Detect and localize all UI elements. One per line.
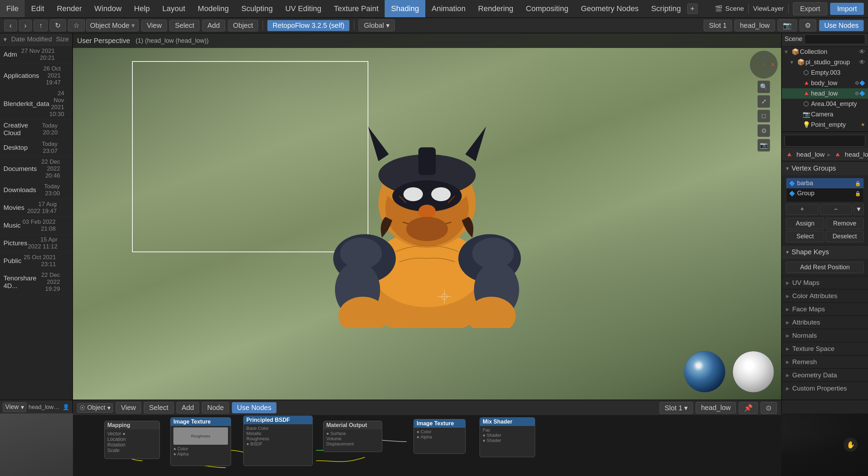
use-nodes-button[interactable]: Use Nodes — [819, 20, 864, 31]
add-menu-button[interactable]: Add — [202, 20, 225, 31]
col-size-header[interactable]: Size — [52, 35, 69, 43]
tab-geometry-nodes[interactable]: Geometry Nodes — [575, 0, 645, 17]
node-view-button[interactable]: View — [116, 402, 141, 413]
render-button[interactable]: ⚙ — [800, 19, 816, 31]
vg-specials-button[interactable]: ▼ — [853, 204, 864, 215]
tab-shading[interactable]: Shading — [385, 0, 425, 17]
vg-deselect-button[interactable]: Deselect — [826, 231, 864, 242]
export-button[interactable]: Export — [793, 2, 828, 15]
node-pin-button[interactable]: 📌 — [739, 402, 758, 414]
tab-sculpting[interactable]: Sculpting — [235, 0, 279, 17]
nav-back-button[interactable]: ‹ — [4, 20, 17, 31]
import-button[interactable]: Import — [830, 3, 864, 15]
node-use-nodes-button[interactable]: Use Nodes — [232, 402, 277, 413]
node-overlay-button[interactable]: ⊙ — [761, 402, 777, 414]
vg-assign-button[interactable]: Assign — [786, 218, 824, 229]
vg-barba-lock-icon[interactable]: 🔒 — [855, 181, 861, 186]
face-maps-section[interactable]: ▸ Face Maps — [782, 302, 868, 315]
vg-select-button[interactable]: Select — [786, 231, 824, 242]
node-editor-mode-dropdown[interactable]: ☉ Object ▾ — [77, 403, 113, 413]
add-workspace-button[interactable]: + — [687, 3, 698, 14]
image-user-icon[interactable]: 👤 — [63, 404, 69, 410]
nav-forward-button[interactable]: › — [19, 20, 32, 31]
viewport-3d[interactable]: User Perspective (1) (head_low (head_low… — [73, 33, 781, 400]
properties-search-input[interactable] — [785, 135, 865, 147]
file-item[interactable]: Tenorshare 4D... 22 Dec 2022 19:29 — [0, 270, 72, 295]
node-extra-2[interactable]: Mix Shader Fac ● Shader ● Shader — [480, 417, 535, 457]
file-item[interactable]: Desktop Today 23:07 — [0, 139, 72, 157]
menu-edit[interactable]: Edit — [25, 0, 50, 17]
tree-item-point-empty[interactable]: ▸ 💡 Point_empty ☀ — [782, 120, 868, 130]
add-rest-position-button[interactable]: Add Rest Position — [786, 262, 864, 273]
material-name-button[interactable]: head_low — [696, 402, 736, 413]
bookmark-button[interactable]: ☆ — [68, 19, 85, 31]
camera-view-button[interactable]: 📷 — [758, 139, 770, 151]
node-material-output[interactable]: Material Output ● Surface Volume Displac… — [323, 421, 382, 452]
uv-maps-section[interactable]: ▸ UV Maps — [782, 276, 868, 289]
file-item[interactable]: Music 03 Feb 2022 21:08 — [0, 217, 72, 235]
node-principled-bsdf[interactable]: Principled BSDF Base Color Metallic Roug… — [243, 416, 313, 466]
tree-item-head-low[interactable]: ▸ 🔺 head_low ⚙🔷 — [782, 88, 868, 99]
tab-uv-editing[interactable]: UV Editing — [279, 0, 328, 17]
file-item[interactable]: Pictures 15 Apr 2022 11:12 — [0, 235, 72, 252]
texture-space-section[interactable]: ▸ Texture Space — [782, 342, 868, 355]
refresh-button[interactable]: ↻ — [50, 19, 66, 31]
col-date-header[interactable]: Date Modified — [7, 35, 52, 43]
tree-item-body-low[interactable]: ▸ 🔺 body_low ⚙🔷 — [782, 78, 868, 88]
slot1-button[interactable]: Slot 1 — [704, 20, 732, 31]
custom-properties-section[interactable]: ▸ Custom Properties — [782, 381, 868, 395]
select-menu-button[interactable]: Select — [170, 20, 199, 31]
vertex-groups-header[interactable]: ▾ Vertex Groups — [782, 162, 868, 175]
camera-button[interactable]: 📷 — [778, 19, 797, 31]
tab-compositing[interactable]: Compositing — [519, 0, 574, 17]
head-low-mat-button[interactable]: head_low — [735, 20, 775, 31]
view-menu-button[interactable]: View — [141, 20, 167, 31]
tree-item-area004[interactable]: ▸ ⬡ Area.004_empty — [782, 99, 868, 109]
tree-item-collection[interactable]: ▾ 📦 Collection 👁 — [782, 47, 868, 57]
tab-texture-paint[interactable]: Texture Paint — [328, 0, 385, 17]
vg-remove2-button[interactable]: Remove — [826, 218, 864, 229]
node-canvas[interactable]: Mapping Vector ● Location Rotation Scale… — [73, 416, 781, 476]
zoom-in-button[interactable]: 🔍 — [758, 81, 770, 93]
object-menu-button[interactable]: Object — [228, 20, 259, 31]
file-item[interactable]: Creative Cloud Today 20:20 — [0, 120, 72, 139]
perspective-button[interactable]: □ — [758, 110, 770, 122]
nav-up-button[interactable]: ↑ — [34, 20, 48, 31]
tree-item-camera[interactable]: ▸ 📷 Camera — [782, 109, 868, 120]
object-mode-dropdown[interactable]: Object Mode ▾ — [86, 19, 139, 31]
tab-layout[interactable]: Layout — [156, 0, 191, 17]
tab-modeling[interactable]: Modeling — [191, 0, 235, 17]
tab-scripting[interactable]: Scripting — [645, 0, 687, 17]
node-mapping[interactable]: Mapping Vector ● Location Rotation Scale — [104, 421, 160, 459]
attributes-section[interactable]: ▸ Attributes — [782, 315, 868, 329]
menu-render[interactable]: Render — [50, 0, 88, 17]
node-node-button[interactable]: Node — [202, 402, 229, 413]
color-attributes-section[interactable]: ▸ Color Attributes — [782, 289, 868, 302]
menu-help[interactable]: Help — [128, 0, 156, 17]
node-image-texture[interactable]: Image Texture Roughness ● Color ● Alpha — [170, 417, 231, 466]
normals-section[interactable]: ▸ Normals — [782, 329, 868, 342]
geometry-data-section[interactable]: ▸ Geometry Data — [782, 368, 868, 381]
file-item[interactable]: Movies 17 Aug 2022 19:47 — [0, 199, 72, 217]
file-item[interactable]: Adm 27 Nov 2021 20:21 — [0, 46, 72, 64]
node-select-button[interactable]: Select — [144, 402, 174, 413]
menu-window[interactable]: Window — [88, 0, 128, 17]
vg-item-barba[interactable]: 🔷 barba 🔒 — [786, 178, 863, 188]
vg-add-button[interactable]: + — [786, 204, 818, 215]
remesh-section[interactable]: ▸ Remesh — [782, 355, 868, 368]
transform-global-button[interactable]: Global ▾ — [359, 19, 394, 31]
node-extra-1[interactable]: Image Texture ● Color ● Alpha — [413, 419, 466, 454]
local-view-button[interactable]: ⊙ — [758, 124, 770, 137]
shape-keys-header[interactable]: ▾ Shape Keys — [782, 245, 868, 259]
zoom-extent-button[interactable]: ⤢ — [758, 95, 770, 108]
vg-item-group[interactable]: 🔷 Group 🔒 — [786, 188, 863, 198]
studio-group-visibility-icon[interactable]: 👁 — [859, 59, 865, 66]
tree-item-empty003[interactable]: ▸ ⬡ Empty.003 — [782, 67, 868, 78]
collection-search-input[interactable] — [804, 34, 865, 44]
vg-remove-button[interactable]: − — [820, 204, 852, 215]
menu-file[interactable]: File — [0, 0, 25, 17]
file-item[interactable]: Public 25 Oct 2021 23:11 — [0, 252, 72, 270]
image-view-mode-dropdown[interactable]: View ▾ — [3, 402, 26, 412]
tree-item-studio-group[interactable]: ▾ 📦 pl_studio_group 👁 — [782, 57, 868, 67]
tab-rendering[interactable]: Rendering — [472, 0, 520, 17]
